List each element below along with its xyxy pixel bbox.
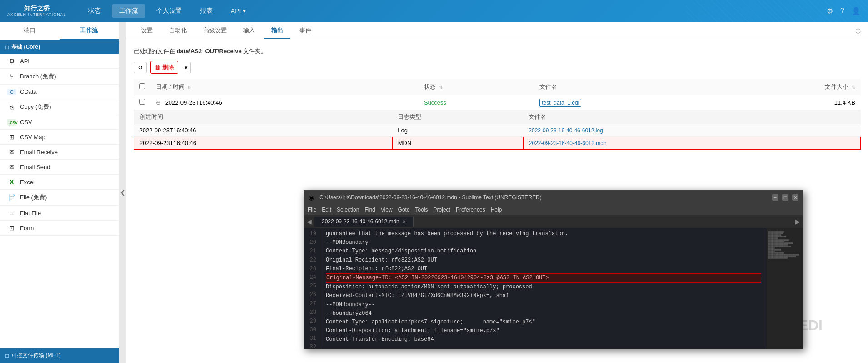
sub-created: 2022-09-23T16:40:46 [134,124,393,137]
settings-icon[interactable]: ⚙ [827,7,833,15]
sub-file-link[interactable]: 2022-09-23-16-40-46-6012.log [529,127,603,134]
email-send-icon: ✉ [7,163,16,171]
tab-automation[interactable]: 自动化 [162,23,194,39]
code-line: Content-Disposition: attachment; filenam… [326,327,761,335]
maximize-button[interactable]: □ [782,194,788,201]
sidebar-item-form[interactable]: ⊡ Form [0,221,119,236]
sidebar-item-flatfile[interactable]: ≡ Flat File [0,206,119,221]
api-label: API [20,58,30,65]
line-number: 30 [308,326,316,334]
nav-reports[interactable]: 报表 [193,4,220,18]
status-sort-icon[interactable]: ⇅ [439,85,443,90]
branch-icon: ⑂ [7,73,16,80]
content-tabs-bar: 设置 自动化 高级设置 输入 输出 事件 ⬡ [126,22,868,40]
external-link-icon[interactable]: ⬡ [855,27,861,35]
select-all-checkbox[interactable] [139,83,145,89]
sublime-menubar: File Edit Selection Find View Goto Tools… [304,204,803,215]
sublime-active-tab[interactable]: 2022-09-23-16-40-46-6012.mdn ✕ [314,217,414,227]
sublime-window: ◉ C:\Users\Iris\Downloads\2022-09-23-16-… [304,190,803,349]
nav-workflow[interactable]: 工作流 [112,4,145,18]
sub-col-filename: 文件名 [523,110,860,124]
menu-selection[interactable]: Selection [337,207,359,213]
code-line: --MDNBoundary-- [326,301,761,309]
code-line: Content-Transfer-Encoding: base64 [326,335,761,344]
sidebar-bottom[interactable]: □ 可控文件传输 (MFT) [0,348,119,363]
tab-settings[interactable]: 设置 [134,23,160,39]
nav-settings[interactable]: 个人设置 [149,4,189,18]
cdata-icon: C [7,89,16,95]
menu-tools[interactable]: Tools [415,207,428,213]
line-number: 24 [308,273,316,282]
code-line: Disposition: automatic-action/MDN-sent-a… [326,283,761,292]
nav-api[interactable]: API ▾ [224,5,253,17]
minimize-button[interactable]: − [772,194,778,201]
tab-output[interactable]: 输出 [264,23,290,39]
delete-dropdown-button[interactable]: ▾ [182,62,191,73]
sub-table-row-item: 2022-09-23T16:40:46 Log 2022-09-23-16-40… [134,124,861,137]
delete-button[interactable]: 🗑 删除 [150,61,178,74]
col-filename: 文件名 [534,79,718,95]
line-number: 20 [308,238,316,247]
excel-icon: X [7,178,16,186]
date-sort-icon[interactable]: ⇅ [187,85,191,90]
sidebar-section-core: □ 基础 (Core) [0,40,119,54]
tab-input[interactable]: 输入 [236,23,262,39]
user-icon[interactable]: 👤 [852,7,861,15]
sidebar-item-file[interactable]: 📄 File (免费) [0,190,119,206]
sidebar-item-csvmap[interactable]: ⊞ CSV Map [0,130,119,145]
line-number: 28 [308,308,316,317]
sidebar-item-csv[interactable]: .csv CSV [0,115,119,130]
tab-event[interactable]: 事件 [292,23,319,39]
row-checkbox[interactable] [139,99,145,105]
sidebar-item-cdata[interactable]: C CData [0,85,119,99]
sidebar-item-email-receive[interactable]: ✉ Email Receive [0,145,119,160]
refresh-button[interactable]: ↻ [134,62,147,73]
sidebar-item-api[interactable]: ⚙ API [0,54,119,69]
tab-close-icon[interactable]: ✕ [402,219,406,224]
sidebar-item-branch[interactable]: ⑂ Branch (免费) [0,69,119,85]
collapse-handle[interactable]: ❮ [119,22,126,363]
output-toolbar: ↻ 🗑 删除 ▾ [134,61,861,74]
sidebar-item-copy[interactable]: ⎘ Copy (免费) [0,99,119,115]
menu-find[interactable]: Find [364,207,375,213]
nav-status[interactable]: 状态 [81,4,108,18]
tab-right-arrow[interactable]: ▶ [793,218,803,225]
core-icon: □ [5,44,9,50]
sublime-tab-strip: ◀ 2022-09-23-16-40-46-6012.mdn ✕ ▶ [304,215,803,228]
code-line: Content-Type: message/disposition-notifi… [326,247,761,256]
cdata-label: CData [20,88,37,95]
menu-preferences[interactable]: Preferences [456,207,485,213]
logo-title: 知行之桥 [24,5,50,12]
tab-advanced[interactable]: 高级设置 [196,23,234,39]
menu-file[interactable]: File [308,207,316,213]
sub-file-link[interactable]: 2022-09-23-16-40-46-6012.mdn [529,140,607,146]
line-number: 23 [308,265,316,273]
sub-table: 创建时间 日志类型 文件名 2022-09-23T16:40:46 Log 20… [134,110,861,150]
code-content[interactable]: guarantee that the message has been proc… [320,228,767,349]
sub-filename: 2022-09-23-16-40-46-6012.mdn [523,137,860,150]
email-receive-icon: ✉ [7,148,16,156]
tab-left-arrow[interactable]: ◀ [304,218,314,225]
minimap: ████████████████████ ██████████████████ … [767,228,803,349]
flatfile-label: Flat File [20,210,41,217]
filename-link[interactable]: test_data_1.edi [539,99,581,107]
menu-project[interactable]: Project [434,207,450,213]
sub-col-logtype: 日志类型 [392,110,523,124]
section-title: 基础 (Core) [11,43,40,51]
sub-col-created: 创建时间 [134,110,393,124]
right-content: 设置 自动化 高级设置 输入 输出 事件 ⬡ 已处理的文件在 data\AS2_… [126,22,868,363]
code-line: Original-Recipient: rfc822;AS2_OUT [326,256,761,265]
close-button[interactable]: ✕ [792,194,798,201]
sidebar-item-email-send[interactable]: ✉ Email Send [0,160,119,175]
help-icon[interactable]: ? [840,7,844,15]
code-line: --MDNBoundary [326,238,761,247]
tab-port[interactable]: 端口 [0,22,60,40]
menu-view[interactable]: View [381,207,393,213]
menu-help[interactable]: Help [491,207,502,213]
tab-workflow[interactable]: 工作流 [60,22,119,40]
menu-edit[interactable]: Edit [322,207,331,213]
sidebar-item-excel[interactable]: X Excel [0,175,119,190]
size-sort-icon[interactable]: ⇅ [852,85,855,90]
desc-path: data\AS2_OUT\Receive [177,48,242,55]
menu-goto[interactable]: Goto [398,207,410,213]
